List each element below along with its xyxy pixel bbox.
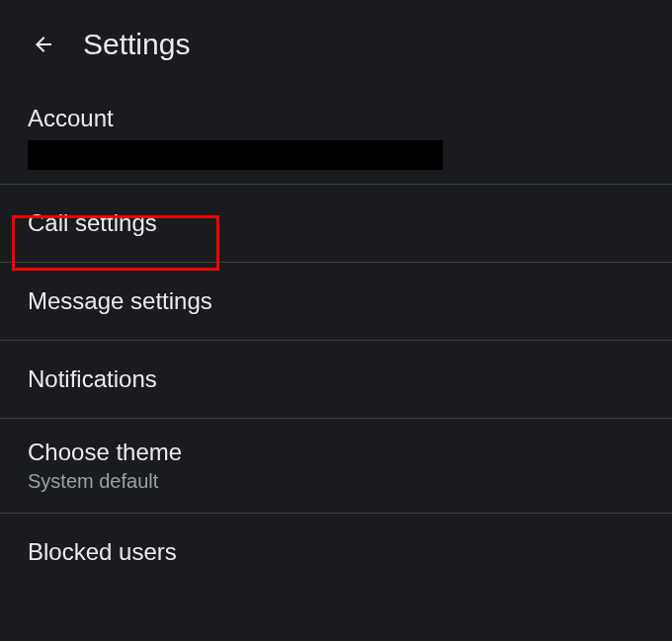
account-section[interactable]: Account bbox=[0, 81, 672, 184]
item-title: Choose theme bbox=[28, 439, 644, 466]
account-value-redacted bbox=[28, 140, 443, 170]
list-item-call-settings[interactable]: Call settings bbox=[0, 185, 672, 262]
list-item-choose-theme[interactable]: Choose theme System default bbox=[0, 419, 672, 513]
list-item-message-settings[interactable]: Message settings bbox=[0, 263, 672, 340]
item-title: Notifications bbox=[28, 365, 644, 393]
list-item-blocked-users[interactable]: Blocked users bbox=[0, 514, 672, 591]
list-item-notifications[interactable]: Notifications bbox=[0, 341, 672, 418]
page-title: Settings bbox=[83, 28, 190, 61]
item-subtitle: System default bbox=[28, 470, 644, 493]
header: Settings bbox=[0, 0, 672, 81]
item-title: Call settings bbox=[28, 209, 644, 237]
back-arrow-icon[interactable] bbox=[32, 33, 55, 56]
item-title: Blocked users bbox=[28, 538, 644, 566]
account-label: Account bbox=[28, 105, 644, 132]
item-title: Message settings bbox=[28, 287, 644, 315]
